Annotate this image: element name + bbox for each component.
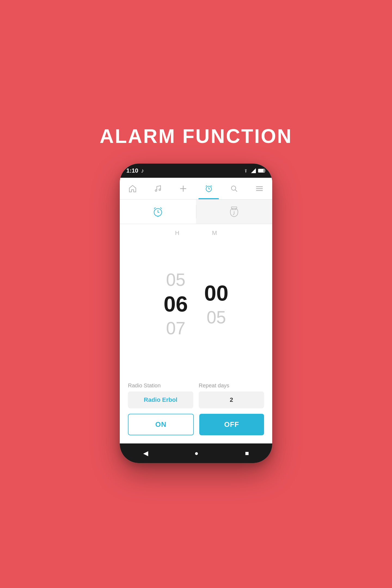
off-button[interactable]: OFF — [199, 414, 264, 435]
time-columns: 05 06 07 00 05 — [128, 239, 264, 369]
svg-point-3 — [155, 190, 157, 191]
home-icon — [128, 185, 137, 192]
page-title: ALARM FUNCTION — [100, 125, 292, 147]
action-buttons: ON OFF — [128, 414, 264, 435]
svg-line-8 — [206, 185, 207, 186]
radio-station-group: Radio Station Radio Erbol — [128, 382, 193, 408]
alarm-nav-icon — [205, 185, 213, 193]
top-nav — [120, 178, 272, 200]
minutes-column[interactable]: 00 05 — [204, 281, 228, 327]
alarm-tab-icon — [152, 206, 164, 218]
time-picker: H M 05 06 07 00 05 — [120, 224, 272, 377]
phone-frame: 1:10 ♪ — [120, 164, 272, 463]
wifi-icon — [243, 169, 249, 173]
status-bar: 1:10 ♪ — [120, 164, 272, 178]
hour-above: 05 — [166, 270, 185, 289]
search-icon — [230, 185, 238, 192]
recent-button[interactable]: ■ — [245, 449, 249, 457]
signal-icon — [251, 168, 256, 173]
settings-row: Radio Station Radio Erbol Repeat days 2 — [128, 382, 264, 408]
svg-line-17 — [154, 207, 155, 209]
svg-line-18 — [160, 207, 162, 209]
hour-label: H — [175, 229, 179, 237]
status-icons — [243, 168, 266, 173]
music-status-icon: ♪ — [141, 167, 144, 174]
nav-item-music[interactable] — [145, 178, 170, 199]
nav-item-add[interactable] — [171, 178, 196, 199]
minute-label: M — [212, 229, 217, 237]
svg-marker-0 — [251, 168, 256, 173]
repeat-days-group: Repeat days 2 — [199, 382, 264, 408]
svg-line-12 — [235, 190, 237, 192]
nav-item-alarm[interactable] — [196, 178, 221, 199]
repeat-days-label: Repeat days — [199, 382, 264, 389]
hour-selected: 06 — [164, 292, 188, 316]
home-button[interactable]: ● — [195, 449, 199, 457]
minute-below: 05 — [207, 308, 226, 327]
time-display: 1:10 — [126, 167, 138, 174]
svg-point-4 — [159, 189, 161, 191]
radio-station-value[interactable]: Radio Erbol — [128, 391, 193, 408]
minute-selected: 00 — [204, 281, 228, 305]
music-icon — [154, 185, 161, 192]
radio-station-label: Radio Station — [128, 382, 193, 389]
sub-tabs — [120, 200, 272, 224]
sub-tab-timer[interactable] — [196, 200, 272, 224]
menu-icon — [256, 186, 263, 191]
repeat-days-value[interactable]: 2 — [199, 391, 264, 408]
svg-point-11 — [231, 186, 236, 190]
hours-column[interactable]: 05 06 07 — [164, 270, 188, 338]
hour-below: 07 — [166, 319, 185, 338]
bottom-controls: Radio Station Radio Erbol Repeat days 2 … — [120, 377, 272, 443]
back-button[interactable]: ◀ — [143, 449, 148, 457]
on-button[interactable]: ON — [128, 414, 194, 435]
nav-item-menu[interactable] — [247, 178, 272, 199]
android-nav: ◀ ● ■ — [120, 443, 272, 463]
sub-tab-alarm[interactable] — [120, 200, 196, 224]
time-labels: H M — [128, 229, 264, 237]
status-time: 1:10 ♪ — [126, 167, 144, 174]
timer-icon — [229, 206, 240, 218]
plus-icon — [179, 185, 187, 192]
svg-rect-2 — [259, 169, 264, 172]
nav-item-home[interactable] — [120, 178, 145, 199]
svg-line-23 — [233, 214, 234, 215]
nav-item-search[interactable] — [221, 178, 247, 199]
svg-line-9 — [211, 185, 212, 186]
battery-icon — [258, 169, 266, 173]
